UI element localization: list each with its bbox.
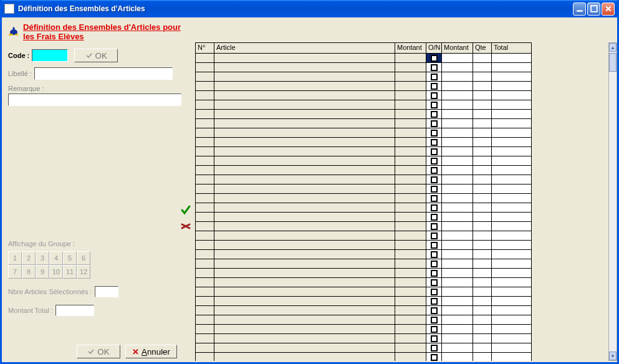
cell-on-checkbox[interactable] (426, 334, 441, 343)
cell-n[interactable] (195, 184, 214, 194)
cell-on-checkbox[interactable] (426, 54, 441, 63)
cell-montant[interactable] (395, 91, 426, 100)
cell-n[interactable] (195, 203, 214, 213)
cell-montant2[interactable] (441, 222, 473, 231)
cell-qte[interactable] (473, 213, 491, 222)
group-button-5[interactable]: 5 (63, 251, 77, 265)
table-row[interactable] (195, 306, 608, 315)
cell-article[interactable] (214, 250, 395, 259)
cell-on-checkbox[interactable] (426, 278, 441, 287)
cell-article[interactable] (214, 166, 395, 175)
cell-on-checkbox[interactable] (426, 175, 441, 184)
cell-on-checkbox[interactable] (426, 63, 441, 72)
cell-on-checkbox[interactable] (426, 269, 441, 278)
group-button-8[interactable]: 8 (22, 265, 36, 279)
cancel-button[interactable]: ✕ Annuler (125, 345, 177, 358)
cell-article[interactable] (214, 269, 395, 278)
cell-n[interactable] (195, 278, 214, 287)
cell-montant2[interactable] (441, 231, 473, 241)
cell-n[interactable] (195, 72, 214, 82)
cell-qte[interactable] (473, 203, 491, 213)
cell-n[interactable] (195, 334, 214, 343)
cell-article[interactable] (214, 184, 395, 194)
cell-on-checkbox[interactable] (426, 259, 441, 269)
cell-montant[interactable] (395, 110, 426, 119)
group-button-4[interactable]: 4 (49, 251, 63, 265)
cell-n[interactable] (195, 147, 214, 156)
cell-montant2[interactable] (441, 91, 473, 100)
cell-on-checkbox[interactable] (426, 325, 441, 334)
cell-montant[interactable] (395, 82, 426, 91)
cell-montant[interactable] (395, 194, 426, 203)
cell-montant2[interactable] (441, 110, 473, 119)
cell-article[interactable] (214, 325, 395, 334)
cell-qte[interactable] (473, 166, 491, 175)
cell-montant[interactable] (395, 72, 426, 82)
table-row[interactable] (195, 175, 608, 184)
cell-montant2[interactable] (441, 119, 473, 128)
cell-n[interactable] (195, 213, 214, 222)
cell-montant2[interactable] (441, 343, 473, 353)
cell-n[interactable] (195, 194, 214, 203)
col-header-montant[interactable]: Montant (395, 42, 426, 54)
table-row[interactable] (195, 213, 608, 222)
cell-total[interactable] (491, 110, 532, 119)
cell-n[interactable] (195, 315, 214, 325)
scroll-up-arrow[interactable]: ▲ (609, 43, 617, 52)
cell-article[interactable] (214, 203, 395, 213)
code-input[interactable] (32, 49, 68, 62)
table-row[interactable] (195, 250, 608, 259)
cell-montant[interactable] (395, 222, 426, 231)
maximize-button[interactable] (587, 2, 600, 16)
cell-article[interactable] (214, 287, 395, 297)
cell-total[interactable] (491, 343, 532, 353)
table-row[interactable] (195, 63, 608, 72)
cell-on-checkbox[interactable] (426, 147, 441, 156)
cell-n[interactable] (195, 119, 214, 128)
cell-n[interactable] (195, 222, 214, 231)
cell-total[interactable] (491, 166, 532, 175)
cell-montant2[interactable] (441, 138, 473, 147)
cell-article[interactable] (214, 138, 395, 147)
table-row[interactable] (195, 222, 608, 231)
cell-n[interactable] (195, 128, 214, 138)
cell-on-checkbox[interactable] (426, 119, 441, 128)
cell-montant2[interactable] (441, 315, 473, 325)
cell-montant2[interactable] (441, 156, 473, 166)
group-button-7[interactable]: 7 (8, 265, 22, 279)
table-row[interactable] (195, 297, 608, 306)
cell-article[interactable] (214, 241, 395, 250)
cell-on-checkbox[interactable] (426, 82, 441, 91)
table-row[interactable] (195, 269, 608, 278)
cell-qte[interactable] (473, 315, 491, 325)
cell-n[interactable] (195, 100, 214, 110)
cell-n[interactable] (195, 325, 214, 334)
cell-montant[interactable] (395, 184, 426, 194)
cell-total[interactable] (491, 203, 532, 213)
cell-total[interactable] (491, 138, 532, 147)
cell-montant2[interactable] (441, 63, 473, 72)
cell-on-checkbox[interactable] (426, 297, 441, 306)
cell-total[interactable] (491, 250, 532, 259)
cell-on-checkbox[interactable] (426, 138, 441, 147)
cell-on-checkbox[interactable] (426, 222, 441, 231)
cell-montant[interactable] (395, 278, 426, 287)
cell-qte[interactable] (473, 297, 491, 306)
cell-n[interactable] (195, 250, 214, 259)
table-row[interactable] (195, 110, 608, 119)
cell-montant[interactable] (395, 231, 426, 241)
reject-icon[interactable] (180, 221, 191, 233)
table-row[interactable] (195, 334, 608, 343)
cell-article[interactable] (214, 334, 395, 343)
cell-montant2[interactable] (441, 54, 473, 63)
cell-total[interactable] (491, 54, 532, 63)
cell-on-checkbox[interactable] (426, 353, 441, 361)
cell-n[interactable] (195, 297, 214, 306)
cell-total[interactable] (491, 287, 532, 297)
group-button-12[interactable]: 12 (77, 265, 90, 279)
cell-on-checkbox[interactable] (426, 72, 441, 82)
cell-qte[interactable] (473, 138, 491, 147)
cell-qte[interactable] (473, 259, 491, 269)
cell-montant2[interactable] (441, 175, 473, 184)
cell-n[interactable] (195, 259, 214, 269)
